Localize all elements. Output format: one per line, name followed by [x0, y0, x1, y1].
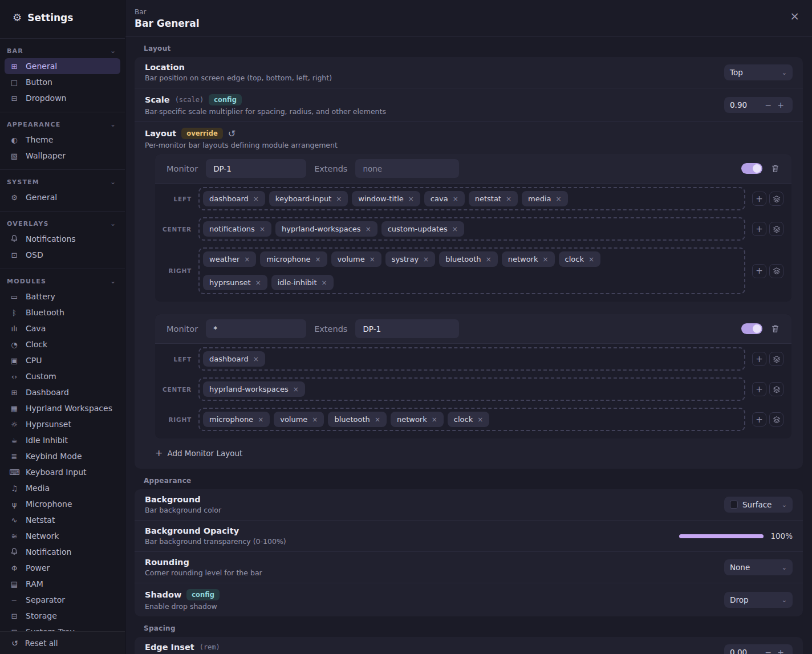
- sidebar-item-notification[interactable]: Notification: [5, 544, 120, 560]
- trash-icon[interactable]: [770, 324, 780, 334]
- module-chip[interactable]: window-title×: [352, 191, 420, 206]
- sidebar-item-network[interactable]: ≋Network: [5, 528, 120, 544]
- sidebar-item-notifications[interactable]: Notifications: [5, 231, 120, 247]
- monitor-enabled-toggle[interactable]: [741, 163, 762, 174]
- sidebar-item-microphone[interactable]: ψMicrophone: [5, 496, 120, 512]
- module-chip[interactable]: clock×: [559, 251, 600, 267]
- module-chip[interactable]: cava×: [424, 191, 465, 206]
- remove-chip-icon[interactable]: ×: [253, 355, 259, 363]
- module-chip[interactable]: microphone×: [260, 251, 327, 267]
- module-chip[interactable]: notifications×: [203, 221, 271, 237]
- sidebar-item-bar-dropdown[interactable]: ⊟ Dropdown: [5, 90, 120, 106]
- sidebar-section-bar[interactable]: BAR ⌄: [0, 41, 125, 58]
- sidebar-item-clock[interactable]: ◔Clock: [5, 336, 120, 352]
- module-chip[interactable]: bluetooth×: [439, 251, 498, 267]
- reset-all-button[interactable]: ↺ Reset all: [0, 631, 125, 654]
- sidebar-item-cpu[interactable]: ▣CPU: [5, 352, 120, 368]
- sidebar-item-theme[interactable]: ◐ Theme: [5, 132, 120, 148]
- add-module-button[interactable]: +: [752, 222, 766, 236]
- remove-chip-icon[interactable]: ×: [452, 225, 458, 233]
- layers-button[interactable]: [769, 192, 783, 206]
- add-module-button[interactable]: +: [752, 192, 766, 206]
- sidebar-item-media[interactable]: ♫Media: [5, 480, 120, 496]
- remove-chip-icon[interactable]: ×: [556, 195, 562, 203]
- remove-chip-icon[interactable]: ×: [432, 416, 437, 424]
- layers-button[interactable]: [769, 264, 783, 278]
- decrement-button[interactable]: −: [762, 648, 775, 654]
- module-dropzone[interactable]: hyprland-workspaces×: [198, 377, 745, 401]
- sidebar-section-system[interactable]: SYSTEM ⌄: [0, 172, 125, 189]
- remove-chip-icon[interactable]: ×: [258, 416, 263, 424]
- add-monitor-layout-button[interactable]: + Add Monitor Layout: [145, 438, 793, 469]
- remove-chip-icon[interactable]: ×: [255, 279, 261, 287]
- remove-chip-icon[interactable]: ×: [366, 225, 371, 233]
- sidebar-item-hyprland-workspaces[interactable]: ▦Hyprland Workspaces: [5, 400, 120, 416]
- background-color-select[interactable]: Surface ⌄: [724, 497, 793, 513]
- remove-chip-icon[interactable]: ×: [453, 195, 458, 203]
- increment-button[interactable]: +: [774, 100, 787, 109]
- module-dropzone[interactable]: notifications× hyprland-workspaces× cust…: [198, 217, 745, 241]
- remove-chip-icon[interactable]: ×: [408, 195, 414, 203]
- sidebar-item-idle-inhibit[interactable]: ☕Idle Inhibit: [5, 432, 120, 448]
- remove-chip-icon[interactable]: ×: [312, 416, 318, 424]
- remove-chip-icon[interactable]: ×: [244, 255, 250, 263]
- monitor-name-input[interactable]: [206, 319, 306, 338]
- layers-button[interactable]: [769, 222, 783, 236]
- module-dropzone[interactable]: dashboard×: [198, 347, 745, 371]
- sidebar-item-cava[interactable]: ılıCava: [5, 320, 120, 336]
- sidebar-section-modules[interactable]: MODULES ⌄: [0, 271, 125, 289]
- location-select[interactable]: Top ⌄: [724, 64, 793, 80]
- reset-icon[interactable]: ↺: [228, 128, 236, 139]
- module-chip[interactable]: hyprsunset×: [203, 275, 267, 290]
- module-chip[interactable]: volume×: [331, 251, 381, 267]
- decrement-button[interactable]: −: [762, 100, 775, 109]
- sidebar-item-power[interactable]: ΦPower: [5, 560, 120, 576]
- remove-chip-icon[interactable]: ×: [322, 279, 327, 287]
- module-chip[interactable]: dashboard×: [203, 351, 265, 367]
- remove-chip-icon[interactable]: ×: [506, 195, 511, 203]
- sidebar-item-wallpaper[interactable]: ▧ Wallpaper: [5, 148, 120, 164]
- add-module-button[interactable]: +: [752, 412, 766, 426]
- module-dropzone[interactable]: microphone× volume× bluetooth× network× …: [198, 408, 745, 431]
- module-chip[interactable]: custom-updates×: [381, 221, 464, 237]
- sidebar-item-battery[interactable]: ▭Battery: [5, 289, 120, 304]
- monitor-extends-input[interactable]: [355, 319, 459, 338]
- module-chip[interactable]: hyprland-workspaces×: [203, 381, 305, 397]
- module-chip[interactable]: media×: [522, 191, 568, 206]
- sidebar-item-custom[interactable]: ‹›Custom: [5, 368, 120, 384]
- module-chip[interactable]: bluetooth×: [328, 412, 387, 427]
- sidebar-item-hyprsunset[interactable]: ☼Hyprsunset: [5, 416, 120, 432]
- module-chip[interactable]: clock×: [448, 412, 489, 427]
- sidebar-item-bar-button[interactable]: □ Button: [5, 74, 120, 90]
- sidebar-item-netstat[interactable]: ∿Netstat: [5, 512, 120, 528]
- sidebar-item-keyboard-input[interactable]: ⌨Keyboard Input: [5, 464, 120, 480]
- remove-chip-icon[interactable]: ×: [486, 255, 492, 263]
- layers-button[interactable]: [769, 382, 783, 396]
- sidebar-item-bar-general[interactable]: ⊞ General: [5, 58, 120, 74]
- module-chip[interactable]: network×: [391, 412, 444, 427]
- remove-chip-icon[interactable]: ×: [423, 255, 429, 263]
- module-chip[interactable]: hyprland-workspaces×: [275, 221, 377, 237]
- add-module-button[interactable]: +: [752, 352, 766, 366]
- module-chip[interactable]: dashboard×: [203, 191, 265, 206]
- remove-chip-icon[interactable]: ×: [336, 195, 342, 203]
- increment-button[interactable]: +: [774, 648, 787, 654]
- remove-chip-icon[interactable]: ×: [375, 416, 380, 424]
- remove-chip-icon[interactable]: ×: [315, 255, 320, 263]
- sidebar-item-system-general[interactable]: ⚙ General: [5, 189, 120, 205]
- sidebar-item-dashboard[interactable]: ⊞Dashboard: [5, 384, 120, 400]
- remove-chip-icon[interactable]: ×: [253, 195, 259, 203]
- module-chip[interactable]: network×: [502, 251, 555, 267]
- add-module-button[interactable]: +: [752, 382, 766, 396]
- add-module-button[interactable]: +: [752, 264, 766, 278]
- sidebar-item-bluetooth[interactable]: ᛒBluetooth: [5, 304, 120, 320]
- layers-button[interactable]: [769, 412, 783, 426]
- monitor-enabled-toggle[interactable]: [741, 323, 762, 334]
- rounding-select[interactable]: None ⌄: [724, 559, 793, 575]
- sidebar-section-overlays[interactable]: OVERLAYS ⌄: [0, 214, 125, 231]
- trash-icon[interactable]: [770, 164, 780, 173]
- sidebar-item-storage[interactable]: ⊟Storage: [5, 608, 120, 624]
- sidebar-item-osd[interactable]: ⊡ OSD: [5, 247, 120, 263]
- module-chip[interactable]: volume×: [274, 412, 324, 427]
- monitor-extends-input[interactable]: [355, 159, 459, 178]
